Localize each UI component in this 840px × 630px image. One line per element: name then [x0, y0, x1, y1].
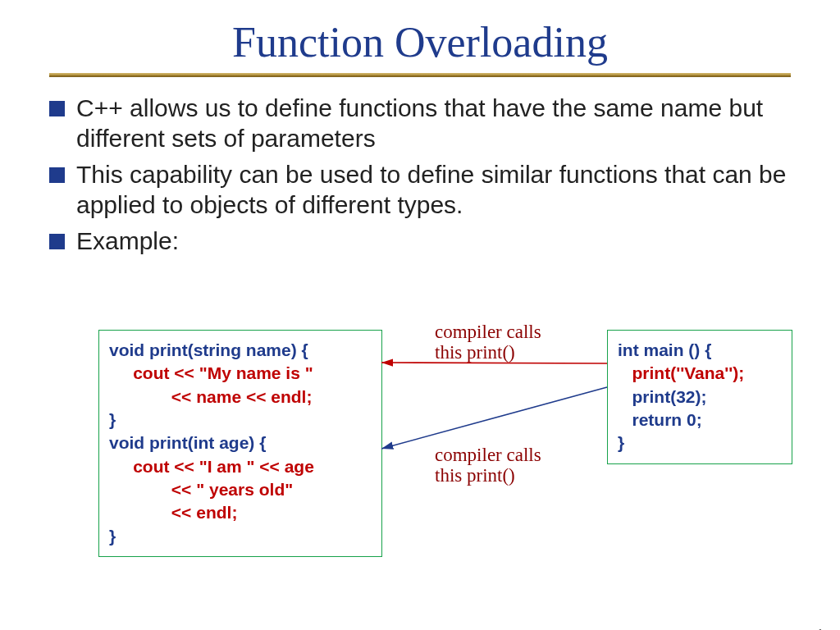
bullet-item: C++ allows us to define functions that h…	[49, 94, 791, 153]
bullet-square-icon	[49, 234, 65, 249]
bullet-square-icon	[49, 101, 65, 116]
slide: Function Overloading C++ allows us to de…	[0, 18, 840, 630]
annotation-text: compiler calls	[435, 445, 541, 465]
bullet-square-icon	[49, 167, 65, 183]
page-number: 1	[817, 626, 824, 630]
code-line: }	[109, 410, 116, 429]
annotation-text: this print()	[435, 465, 515, 486]
bullet-item: Example:	[49, 226, 791, 257]
annotation-2: compiler calls this print()	[435, 445, 541, 486]
annotation-1: compiler calls this print()	[435, 322, 541, 363]
code-line: << " years old"	[109, 480, 293, 499]
code-line: cout << "My name is "	[109, 363, 313, 382]
code-line: print(''Vana'');	[618, 363, 744, 382]
code-line: cout << "I am " << age	[109, 457, 314, 476]
code-line: print(32);	[618, 387, 707, 406]
code-line: << name << endl;	[109, 387, 312, 406]
bullet-item: This capability can be used to define si…	[49, 160, 791, 220]
code-line: << endl;	[109, 503, 237, 522]
code-line: void print(int age) {	[109, 433, 266, 452]
code-box-left: void print(string name) { cout << "My na…	[98, 330, 382, 557]
arrow-blue	[381, 387, 607, 449]
annotation-text: compiler calls	[435, 322, 541, 342]
slide-title: Function Overloading	[0, 18, 840, 66]
bullet-text: Example:	[76, 226, 179, 257]
code-line: int main () {	[618, 340, 711, 359]
title-rule	[49, 73, 791, 77]
body-content: C++ allows us to define functions that h…	[0, 94, 840, 257]
code-box-right: int main () { print(''Vana''); print(32)…	[607, 330, 792, 464]
code-line: }	[618, 433, 624, 452]
annotation-text: this print()	[435, 342, 515, 363]
bullet-text: This capability can be used to define si…	[76, 160, 791, 220]
code-line: }	[109, 527, 116, 546]
code-line: void print(string name) {	[109, 340, 308, 359]
code-line: return 0;	[618, 410, 702, 429]
bullet-text: C++ allows us to define functions that h…	[76, 94, 791, 153]
